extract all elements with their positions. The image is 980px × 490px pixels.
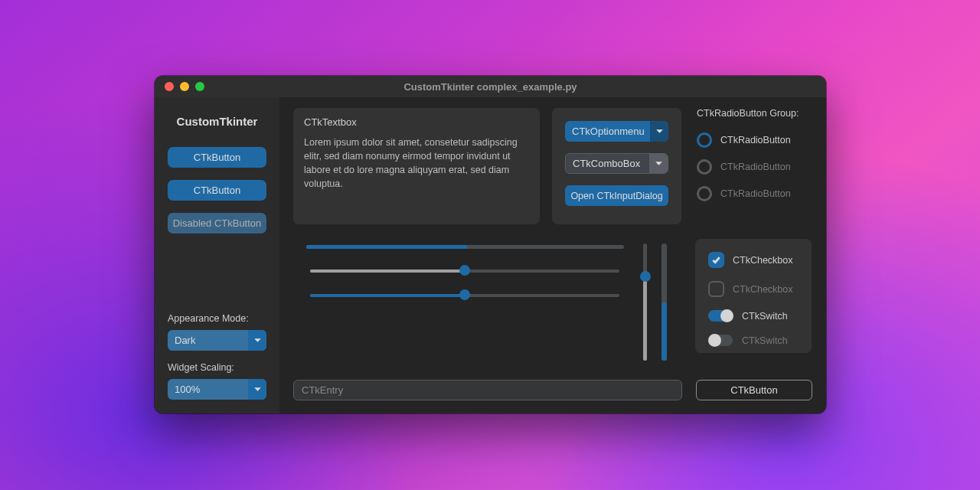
chevron-down-icon [248,330,266,351]
combobox[interactable]: CTkComboBox [565,153,668,174]
progressbar-fill [662,302,667,361]
open-input-dialog-button[interactable]: Open CTkInputDialog [565,185,668,206]
widget-scaling-value: 100% [168,384,248,395]
slider-thumb[interactable] [640,271,651,282]
radio-icon [697,159,712,175]
chevron-down-icon [649,154,668,173]
chevron-down-icon [248,379,266,400]
entry-input[interactable] [293,380,682,400]
sidebar-button-1[interactable]: CTkButton [168,147,266,168]
slider-fill [643,276,647,361]
switch-knob [708,334,721,347]
textbox-content: Lorem ipsum dolor sit amet, consetetur s… [304,136,529,191]
switch-track [708,335,733,346]
radio-label: CTkRadioButton [720,135,791,145]
switch-label: CTkSwitch [742,335,788,346]
menu-column: CTkOptionmenu CTkComboBox Open CTkInputD… [552,108,681,224]
radio-label: CTkRadioButton [720,162,791,172]
switch-1[interactable]: CTkSwitch [708,310,802,322]
textbox[interactable]: CTkTextbox Lorem ipsum dolor sit amet, c… [293,108,540,224]
widget-scaling-select[interactable]: 100% [168,379,266,400]
appearance-mode-select[interactable]: Dark [168,330,266,351]
radio-icon [697,186,712,201]
slider-fill [310,270,465,273]
combobox-value: CTkComboBox [566,158,649,169]
window-title: CustomTkinter complex_example.py [155,81,826,93]
sidebar-button-disabled: Disabled CTkButton [168,213,266,234]
slider-horizontal-1[interactable] [310,264,619,276]
radio-group-title: CTkRadioButton Group: [697,108,813,119]
sidebar-button-2[interactable]: CTkButton [168,180,266,201]
switch-knob [720,309,733,322]
appearance-mode-value: Dark [168,335,248,346]
checkbox-icon [708,252,724,268]
checkbox-label: CTkCheckbox [733,255,793,266]
checkbox-icon [708,281,724,297]
minimize-icon[interactable] [180,82,189,91]
radio-option-1[interactable]: CTkRadioButton [697,132,813,148]
chevron-down-icon [650,121,668,142]
slider-thumb[interactable] [459,265,470,276]
radio-icon [697,132,712,148]
optionmenu-value: CTkOptionmenu [565,126,650,137]
optionmenu[interactable]: CTkOptionmenu [565,121,668,142]
app-window: CustomTkinter complex_example.py CustomT… [155,76,826,413]
switch-2[interactable]: CTkSwitch [708,335,802,346]
radio-option-3: CTkRadioButton [697,186,813,201]
slider-horizontal-2[interactable] [310,289,619,301]
progressbar-fill [306,245,467,249]
close-icon[interactable] [165,82,174,91]
switch-track [708,310,733,322]
outline-button[interactable]: CTkButton [696,380,812,400]
slider-fill [310,294,465,297]
slider-thumb[interactable] [459,289,470,300]
sidebar: CustomTkinter CTkButton CTkButton Disabl… [155,97,279,413]
progressbar-horizontal [306,245,624,249]
maximize-icon[interactable] [195,82,204,91]
checkbox-label: CTkCheckbox [733,284,793,295]
radio-label: CTkRadioButton [720,188,791,199]
checkbox-column: CTkCheckbox CTkCheckbox CTkSwitch CTkSwi… [695,239,812,353]
radio-option-2[interactable]: CTkRadioButton [697,159,813,175]
progressbar-vertical [662,243,667,361]
checkbox-2[interactable]: CTkCheckbox [708,281,802,297]
widget-scaling-label: Widget Scaling: [168,362,266,373]
titlebar: CustomTkinter complex_example.py [155,76,826,97]
radio-group: CTkRadioButton Group: CTkRadioButton CTk… [697,108,813,213]
checkbox-1[interactable]: CTkCheckbox [708,252,802,268]
textbox-header: CTkTextbox [304,116,529,128]
appearance-mode-label: Appearance Mode: [168,313,266,324]
app-logo-text: CustomTkinter [168,115,266,128]
slider-vertical[interactable] [639,243,651,361]
main-content: CTkTextbox Lorem ipsum dolor sit amet, c… [279,97,826,413]
switch-label: CTkSwitch [742,311,788,322]
